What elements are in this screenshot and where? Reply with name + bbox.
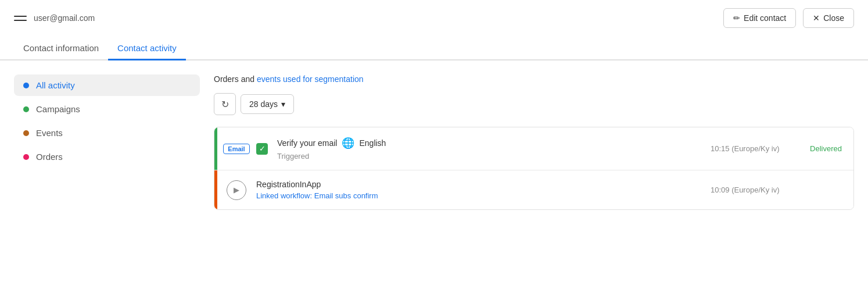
sidebar-label-events: Events xyxy=(36,128,63,138)
tab-contact-activity[interactable]: Contact activity xyxy=(108,37,186,60)
activity-linked-workflow[interactable]: Linked workflow: Email subs confirm xyxy=(256,191,701,200)
edit-contact-label: Edit contact xyxy=(744,13,786,23)
menu-icon xyxy=(14,16,27,21)
activity-subtitle-email: Triggered xyxy=(277,152,701,161)
email-language: English xyxy=(359,138,386,148)
refresh-icon: ↻ xyxy=(221,99,229,110)
dot-all-activity xyxy=(23,83,29,88)
filter-label: 28 days xyxy=(249,99,278,109)
toolbar: ↻ 28 days ▾ xyxy=(214,93,854,115)
main-content: All activity Campaigns Events Orders Ord… xyxy=(0,60,868,294)
tabs: Contact information Contact activity xyxy=(0,37,868,60)
dot-campaigns xyxy=(23,106,29,112)
close-icon: ✕ xyxy=(813,13,820,23)
close-label: Close xyxy=(823,13,844,23)
sidebar-item-events[interactable]: Events xyxy=(14,122,200,144)
user-email: user@gmail.com xyxy=(34,13,95,23)
edit-icon: ✏ xyxy=(733,13,740,23)
tab-contact-information[interactable]: Contact information xyxy=(14,37,108,60)
chevron-down-icon: ▾ xyxy=(281,99,285,109)
email-badge: Email xyxy=(223,144,249,154)
sidebar-label-orders: Orders xyxy=(36,152,63,162)
sidebar-label-campaigns: Campaigns xyxy=(36,104,80,114)
email-title: Verify your email xyxy=(277,138,337,148)
refresh-button[interactable]: ↻ xyxy=(214,93,236,115)
check-icon: ✓ xyxy=(256,143,268,155)
edit-contact-button[interactable]: ✏ Edit contact xyxy=(723,8,796,28)
header: user@gmail.com ✏ Edit contact ✕ Close xyxy=(0,0,868,28)
table-row: Email ✓ Verify your email 🌐 English Trig… xyxy=(214,127,853,170)
sidebar-item-all-activity[interactable]: All activity xyxy=(14,74,200,96)
description-text: Orders and xyxy=(214,74,257,84)
sidebar-label-all-activity: All activity xyxy=(36,80,75,90)
dot-orders xyxy=(23,154,29,160)
content-area: Orders and events used for segmentation … xyxy=(214,74,854,294)
activity-bar-orange xyxy=(214,170,217,209)
activity-time-email: 10:15 (Europe/Ky iv) xyxy=(711,144,786,153)
sidebar: All activity Campaigns Events Orders xyxy=(14,74,200,294)
activity-list: Email ✓ Verify your email 🌐 English Trig… xyxy=(214,127,854,210)
activity-title-registration: RegistrationInApp xyxy=(256,180,701,189)
activity-status-email: Delivered xyxy=(795,144,842,153)
activity-info-registration: RegistrationInApp Linked workflow: Email… xyxy=(256,180,701,200)
header-left: user@gmail.com xyxy=(14,13,95,23)
sidebar-item-campaigns[interactable]: Campaigns xyxy=(14,98,200,120)
description-link[interactable]: events used for segmentation xyxy=(257,74,364,84)
registration-title: RegistrationInApp xyxy=(256,180,321,189)
play-icon-wrap: ▶ xyxy=(226,180,247,200)
activity-time-registration: 10:09 (Europe/Ky iv) xyxy=(711,186,786,194)
header-right: ✏ Edit contact ✕ Close xyxy=(723,8,854,28)
days-filter-button[interactable]: 28 days ▾ xyxy=(241,94,294,114)
activity-info-email: Verify your email 🌐 English Triggered xyxy=(277,137,701,161)
close-button[interactable]: ✕ Close xyxy=(803,8,854,28)
activity-bar-green xyxy=(214,127,217,170)
email-badge-wrap: Email xyxy=(226,144,247,154)
sidebar-item-orders[interactable]: Orders xyxy=(14,146,200,167)
dot-events xyxy=(23,130,29,136)
table-row: ▶ RegistrationInApp Linked workflow: Ema… xyxy=(214,170,853,209)
content-description: Orders and events used for segmentation xyxy=(214,74,854,84)
globe-icon: 🌐 xyxy=(342,137,354,149)
play-icon: ▶ xyxy=(227,180,246,200)
activity-title-email: Verify your email 🌐 English xyxy=(277,137,701,149)
